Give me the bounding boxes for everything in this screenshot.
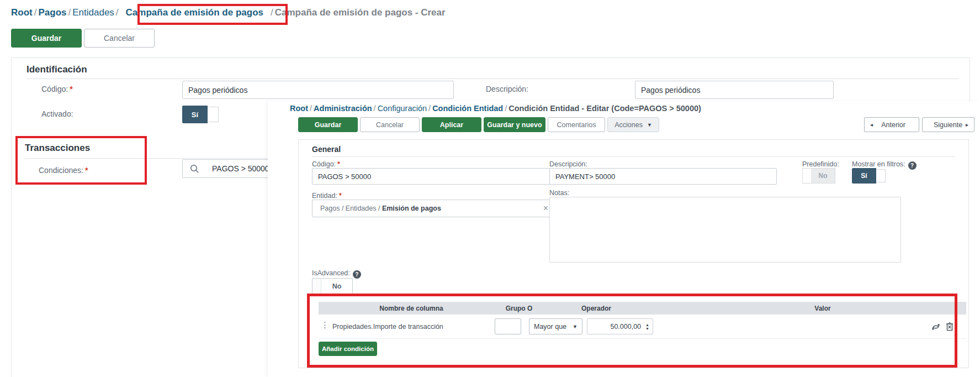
breadcrumb-separator: / (427, 104, 432, 113)
breadcrumb-separator: / (66, 7, 72, 18)
drag-handle-icon[interactable]: ⋮ (321, 320, 329, 330)
toggle-on-label: Sí (852, 168, 876, 184)
clear-icon[interactable]: × (543, 203, 548, 213)
toggle-tail (208, 107, 219, 122)
column-header-nombre: Nombre de columna (379, 305, 443, 312)
codigo-input[interactable] (182, 81, 454, 99)
isadvanced-label: IsAdvanced:? (312, 269, 361, 279)
descripcion-input[interactable] (635, 81, 834, 99)
entidad-combo[interactable]: Pagos / Entidades / Emisión de pagos × ▾ (312, 200, 575, 217)
column-header-valor: Valor (814, 305, 830, 312)
breadcrumb-separator: / (114, 7, 120, 18)
required-asterisk: * (339, 192, 342, 200)
toggle-tail (802, 168, 811, 184)
section-title-identificacion: Identificación (27, 64, 87, 75)
isadvanced-toggle[interactable]: No (312, 278, 353, 295)
overlay-codigo-input[interactable] (312, 168, 575, 185)
operador-select[interactable]: Mayor que ▼ (529, 318, 582, 334)
required-asterisk: * (85, 166, 88, 175)
chevron-down-icon: ▼ (573, 324, 578, 329)
entidad-path: Pagos / Entidades / (320, 205, 382, 212)
toggle-off-label: No (321, 279, 352, 294)
arrow-left-icon: ◂ (870, 122, 873, 128)
notas-textarea[interactable] (549, 197, 901, 263)
breadcrumb-current: Campaña de emisión de pagos - Crear (275, 7, 446, 18)
valor-value: 50.000,00 (610, 323, 641, 331)
overlay-cancel-button[interactable]: Cancelar (360, 117, 420, 132)
overlay-descripcion-label: Descripción: (549, 160, 587, 168)
column-header-operador: Operador (581, 305, 611, 312)
help-icon[interactable]: ? (908, 161, 917, 170)
breadcrumb-current: Condición Entidad - Editar (Code=PAGOS >… (508, 104, 701, 113)
breadcrumb-item-administracion[interactable]: Administración (314, 104, 372, 113)
breadcrumb-item-pagos[interactable]: Pagos (38, 7, 66, 18)
breadcrumb-item-root[interactable]: Root (11, 7, 33, 18)
save-button[interactable]: Guardar (11, 29, 82, 48)
conditions-table-header: Nombre de columna Grupo O Operador Valor (319, 302, 966, 315)
column-header-grupo-o: Grupo O (506, 305, 533, 312)
breadcrumb-item-configuracion[interactable]: Configuración (378, 104, 427, 113)
descripcion-label: Descripción: (486, 85, 528, 93)
number-spinner[interactable]: ▲ ▼ (645, 323, 649, 331)
entidad-label: Entidad:* (312, 192, 342, 200)
breadcrumb-separator: / (308, 104, 314, 113)
required-asterisk: * (337, 160, 340, 168)
section-title-transacciones: Transacciones (25, 143, 90, 154)
overlay-descripcion-input[interactable] (549, 168, 777, 185)
breadcrumb-item-root[interactable]: Root (290, 104, 308, 113)
condiciones-search-value: PAGOS > 50000 (212, 164, 269, 173)
delete-condition-icon[interactable] (945, 322, 954, 332)
highlight-box-breadcrumb (137, 4, 288, 25)
condition-column-name: Propiedades.Importe de transacción (332, 323, 443, 331)
activado-label: Activado: (41, 109, 73, 118)
codigo-label: Código:* (41, 85, 73, 93)
arrow-right-icon: ▸ (966, 122, 968, 128)
next-record-button[interactable]: Siguiente ▸ (922, 117, 974, 132)
convert-condition-icon[interactable] (931, 322, 941, 332)
toggle-off-label: No (811, 168, 835, 184)
predefinido-label: Predefinido: (802, 160, 839, 168)
breadcrumb-separator: / (372, 104, 378, 113)
overlay-apply-button[interactable]: Aplicar (422, 117, 481, 132)
overlay-comments-button[interactable]: Comentarios (548, 117, 605, 132)
spinner-up-icon[interactable]: ▲ (645, 323, 649, 327)
overlay-save-new-button[interactable]: Guardar y nuevo (484, 117, 545, 132)
add-condition-button[interactable]: Añadir condición (319, 342, 377, 356)
toggle-tail (876, 169, 886, 182)
spinner-down-icon[interactable]: ▼ (645, 327, 649, 331)
search-icon (190, 164, 199, 174)
previous-record-button[interactable]: ◂ Anterior (864, 117, 919, 132)
breadcrumb-separator: / (503, 104, 508, 113)
toggle-on-label: Sí (182, 106, 208, 123)
breadcrumb-item-entidades[interactable]: Entidades (72, 7, 114, 18)
toggle-tail (312, 279, 321, 294)
mostrar-filtros-toggle[interactable]: Sí (852, 168, 886, 184)
breadcrumb: Root / Pagos / Entidades / Campaña de em… (11, 7, 446, 18)
section-divider (27, 78, 958, 79)
overlay-actions-dropdown[interactable]: Acciones ▼ (607, 117, 659, 132)
overlay-breadcrumb: Root / Administración / Configuración / … (290, 104, 701, 113)
section-divider (312, 156, 955, 157)
cancel-button[interactable]: Cancelar (84, 29, 155, 48)
chevron-down-icon: ▼ (647, 122, 652, 128)
condiciones-label: Condiciones:* (39, 166, 88, 175)
overlay-codigo-label: Código:* (312, 160, 340, 168)
help-icon[interactable]: ? (353, 270, 361, 279)
predefinido-toggle[interactable]: No (802, 168, 835, 184)
breadcrumb-separator: / (33, 7, 39, 18)
section-divider (25, 158, 268, 159)
breadcrumb-item-condicion-entidad[interactable]: Condición Entidad (432, 104, 503, 113)
required-asterisk: * (70, 85, 72, 93)
valor-number-input[interactable]: 50.000,00 ▲ ▼ (587, 318, 653, 334)
overlay-save-button[interactable]: Guardar (298, 117, 358, 132)
grupo-o-input[interactable] (495, 318, 521, 334)
app-window: Root / Pagos / Entidades / Campaña de em… (0, 0, 980, 377)
activado-toggle[interactable]: Sí (182, 106, 219, 123)
entidad-value: Emisión de pagos (382, 205, 441, 212)
notas-label: Notas: (549, 189, 569, 197)
section-title-general: General (312, 145, 341, 154)
